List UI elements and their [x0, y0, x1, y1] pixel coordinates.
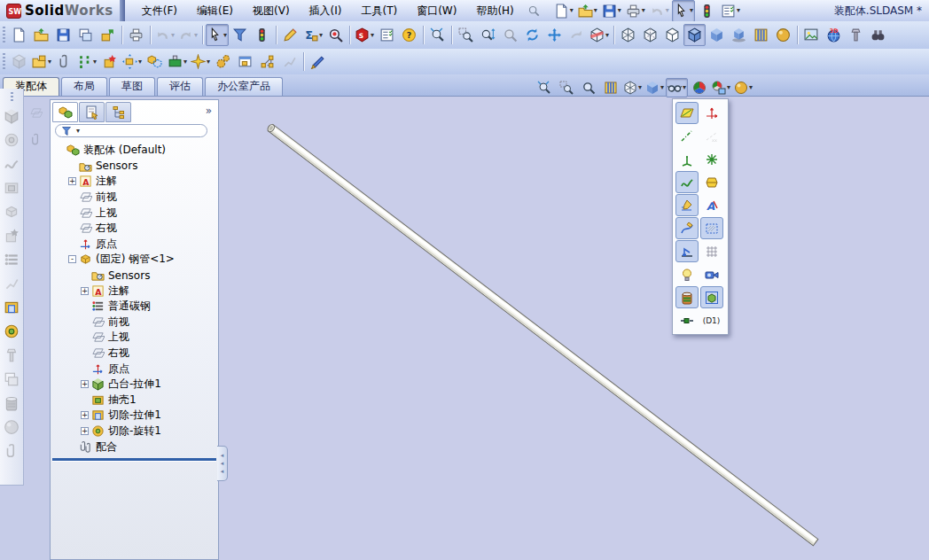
- hud-section-view-button[interactable]: [599, 78, 621, 97]
- qa-new-button-caret[interactable]: ▾: [570, 7, 574, 14]
- panel-overflow-chevron[interactable]: »: [206, 105, 212, 117]
- tree-item-steel-pipe[interactable]: -(固定) 钢管<1>: [52, 252, 217, 268]
- view-lights-button[interactable]: [675, 263, 699, 285]
- tree-item-cut-revolve1[interactable]: +切除-旋转1: [52, 424, 217, 439]
- tab-office-products[interactable]: 办公室产品: [205, 77, 283, 96]
- exploded-view-button[interactable]: [256, 51, 278, 73]
- qa-select-button-caret[interactable]: ▾: [690, 7, 693, 14]
- expander-minus[interactable]: -: [68, 255, 76, 263]
- qa-select-button[interactable]: ▾: [672, 0, 695, 22]
- measure-button[interactable]: ▾: [301, 24, 324, 46]
- wireframe-button[interactable]: [617, 24, 639, 46]
- hud-display-style-button[interactable]: ▾: [644, 78, 666, 97]
- edit-appearance-button[interactable]: [800, 24, 823, 46]
- view-temporary-axes-button[interactable]: [675, 125, 699, 147]
- tree-item-pipe-annotations[interactable]: +注解: [52, 283, 217, 299]
- view-live-section-button[interactable]: [700, 286, 723, 308]
- menu-tools[interactable]: 工具(T): [351, 1, 407, 21]
- zoom-to-area-button[interactable]: [455, 24, 477, 46]
- motion-study-button[interactable]: [212, 51, 234, 73]
- insert-components-button-caret[interactable]: ▾: [48, 58, 51, 66]
- toolbar-grip[interactable]: [3, 27, 5, 44]
- hud-view-settings-button-caret[interactable]: ▾: [749, 84, 753, 91]
- tree-item-mates[interactable]: 配合: [52, 439, 217, 455]
- pan-button[interactable]: [543, 24, 566, 46]
- linear-component-pattern-button[interactable]: ▾: [75, 51, 98, 73]
- filter-caret[interactable]: ▾: [76, 128, 80, 135]
- open-button[interactable]: [30, 24, 52, 46]
- shadows-button[interactable]: [728, 24, 750, 46]
- tree-item-front-plane[interactable]: 前视: [52, 190, 217, 206]
- hud-view-orientation-button[interactable]: ▾: [621, 78, 644, 97]
- qa-save-button-caret[interactable]: ▾: [618, 7, 621, 14]
- view-annotations-button[interactable]: [700, 194, 723, 216]
- menu-view[interactable]: 视图(V): [243, 1, 300, 21]
- make-assembly-button[interactable]: [97, 24, 119, 46]
- save-button[interactable]: [52, 24, 74, 46]
- sketch-button[interactable]: [279, 24, 301, 46]
- zoom-in-out-button[interactable]: [477, 24, 499, 46]
- menu-edit[interactable]: 编辑(E): [187, 1, 243, 21]
- menu-file[interactable]: 文件(F): [132, 1, 187, 21]
- tree-item-pipe-right-plane[interactable]: 右视: [52, 346, 217, 362]
- reference-geometry-button-caret[interactable]: ▾: [207, 58, 210, 66]
- show-hidden-components-button[interactable]: [144, 51, 166, 73]
- expander-plus[interactable]: +: [81, 287, 89, 295]
- menu-help[interactable]: 帮助(H): [466, 1, 523, 21]
- extruded-cut-button[interactable]: [2, 298, 21, 316]
- select-button-caret[interactable]: ▾: [223, 32, 227, 39]
- tree-item-pipe-top-plane[interactable]: 上视: [52, 330, 217, 346]
- smart-fasteners-button[interactable]: [98, 51, 121, 73]
- design-library-button[interactable]: [867, 24, 889, 46]
- tree-item-assembly-root[interactable]: 装配体 (Default): [52, 143, 217, 159]
- view-sketch-relations-button[interactable]: [675, 240, 699, 262]
- tab-evaluate[interactable]: 评估: [157, 77, 203, 96]
- rollback-bar[interactable]: [52, 458, 216, 462]
- panel-splitter-handle[interactable]: ◂ ◂ ◂: [217, 446, 228, 481]
- hud-display-style-button-caret[interactable]: ▾: [660, 84, 664, 91]
- qa-print-button-caret[interactable]: ▾: [642, 7, 645, 14]
- selection-filter-toggle-button[interactable]: [251, 24, 273, 46]
- menu-search-icon[interactable]: [527, 4, 540, 17]
- propertymanager-tab[interactable]: [79, 102, 105, 122]
- view-coordinate-systems-button[interactable]: [675, 148, 699, 170]
- view-curves-button[interactable]: [675, 171, 699, 193]
- tree-item-top-plane[interactable]: 上视: [52, 205, 217, 221]
- shaded-with-edges-button[interactable]: [683, 24, 706, 46]
- view-sketch-hatch-button[interactable]: [700, 217, 723, 239]
- solidworks-resources-button-caret[interactable]: ▾: [371, 32, 374, 39]
- tree-item-boss-extrude1[interactable]: +凸台-拉伸1: [52, 377, 217, 393]
- insert-components-button[interactable]: ▾: [30, 51, 53, 73]
- toolbox-button[interactable]: [845, 24, 867, 46]
- tree-item-right-plane[interactable]: 右视: [52, 221, 217, 237]
- hud-zoom-to-fit-button[interactable]: [533, 78, 555, 97]
- hidden-lines-removed-button[interactable]: [661, 24, 683, 46]
- qa-open-button[interactable]: ▾: [576, 0, 599, 22]
- tree-item-pipe-origin[interactable]: 原点: [52, 361, 217, 377]
- tree-item-origin[interactable]: 原点: [52, 237, 217, 253]
- move-component-button[interactable]: ▾: [121, 51, 144, 73]
- realview-button[interactable]: [750, 24, 772, 46]
- curve-sketch-button[interactable]: [307, 51, 329, 73]
- hud-apply-scene-button-caret[interactable]: ▾: [727, 84, 730, 91]
- expander-plus[interactable]: +: [81, 411, 89, 419]
- view-axes-button[interactable]: [700, 102, 723, 124]
- expander-plus[interactable]: +: [81, 427, 89, 435]
- hud-edit-appearance-button[interactable]: [688, 78, 710, 97]
- qa-open-button-caret[interactable]: ▾: [594, 7, 597, 14]
- configurationmanager-tab[interactable]: [105, 102, 131, 122]
- tree-filter-field[interactable]: ▾: [55, 124, 207, 137]
- graphics-viewport[interactable]: [220, 97, 929, 560]
- assembly-features-button-caret[interactable]: ▾: [183, 58, 187, 66]
- tree-item-pipe-material[interactable]: 普通碳钢: [52, 299, 217, 315]
- linear-component-pattern-button-caret[interactable]: ▾: [93, 58, 97, 66]
- view-sketch-planes-button[interactable]: [675, 217, 699, 239]
- view-decals-button[interactable]: [675, 286, 699, 308]
- view-cameras-button[interactable]: [700, 263, 723, 285]
- rotate-view-button[interactable]: [521, 24, 543, 46]
- view-points-button[interactable]: [700, 148, 723, 170]
- view-planes-button[interactable]: [675, 102, 699, 124]
- menu-window[interactable]: 窗口(W): [407, 1, 466, 21]
- qa-options-button-caret[interactable]: ▾: [737, 7, 740, 14]
- select-button[interactable]: ▾: [206, 24, 229, 46]
